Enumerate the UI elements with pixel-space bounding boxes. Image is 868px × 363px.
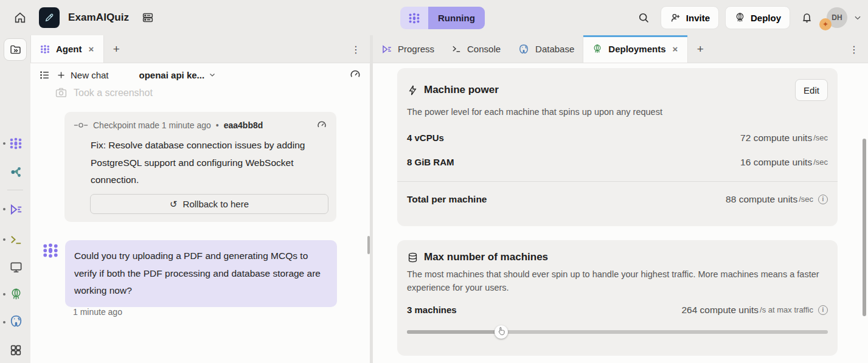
max-machines-description: The most machines that should ever spin …	[407, 268, 827, 295]
console-indicator-dot	[3, 238, 5, 241]
agent-panel: Agent × + ⋮ New chat openai api ke... To…	[30, 35, 370, 363]
rail-item-workflows[interactable]	[8, 164, 24, 180]
tool-rail	[0, 35, 30, 363]
rail-item-agent[interactable]	[8, 136, 24, 151]
usage-gauge-button[interactable]	[349, 69, 361, 81]
left-tabstrip: Agent × + ⋮	[30, 35, 370, 63]
agent-dots-icon	[40, 44, 50, 55]
cpu-unit: /sec	[813, 133, 828, 142]
tab-deployments-label: Deployments	[608, 44, 665, 54]
left-panel-scrollbar[interactable]	[367, 236, 370, 254]
agent-message-row: Could you try uploading a PDF and genera…	[41, 240, 337, 307]
tab-database[interactable]: Database	[509, 35, 583, 63]
info-icon[interactable]: i	[818, 195, 828, 204]
max-machines-title: Max number of machines	[424, 251, 548, 263]
plus-icon	[57, 71, 66, 80]
chat-selector-label: openai api ke...	[139, 70, 205, 80]
agent-indicator-dot	[3, 142, 5, 145]
person-plus-icon	[670, 12, 681, 24]
active-tab-indicator	[583, 35, 687, 37]
account-menu[interactable]: DH ✦	[823, 6, 847, 29]
run-status-badge[interactable]: Running	[400, 7, 485, 29]
deployments-indicator-dot	[3, 293, 5, 296]
deploy-button[interactable]: Deploy	[725, 6, 790, 29]
tab-agent[interactable]: Agent ×	[30, 35, 104, 63]
tab-agent-label: Agent	[56, 44, 82, 54]
rail-item-output[interactable]	[8, 259, 24, 275]
right-tab-menu-button[interactable]: ⋮	[845, 35, 863, 63]
deploy-label: Deploy	[751, 13, 781, 23]
database-cylinder-icon	[407, 252, 418, 263]
slider-fill	[407, 330, 501, 334]
sidebar-toggle-button[interactable]	[4, 38, 27, 61]
checkpoint-commit-hash: eaa4bb8d	[224, 120, 263, 130]
machine-power-description: The power level for each machine that sp…	[407, 106, 828, 119]
chat-selector[interactable]: openai api ke...	[139, 70, 217, 80]
spec-row-ram: 8 GiB RAM 16 compute units /sec	[407, 157, 828, 168]
rail-item-all-tools[interactable]	[8, 342, 24, 358]
bullet-separator: •	[216, 120, 219, 130]
cpu-label: 4 vCPUs	[407, 133, 444, 143]
chevron-down-icon[interactable]	[853, 13, 862, 22]
tab-progress-label: Progress	[398, 44, 434, 54]
rail-divider	[7, 190, 23, 190]
cursor-hand-icon	[498, 327, 505, 336]
right-panel-scrollbar[interactable]	[863, 139, 866, 316]
workspace-layout-button[interactable]	[137, 7, 158, 28]
database-indicator-dot	[3, 321, 5, 323]
app-title: ExamAIQuiz	[68, 12, 129, 24]
machines-count-label: 3 machines	[407, 305, 457, 315]
rollback-label: Rollback to here	[183, 199, 249, 209]
rail-item-deployments[interactable]	[8, 286, 24, 302]
ram-value: 16 compute units	[740, 157, 812, 168]
chat-history-icon[interactable]	[39, 69, 50, 81]
grid-icon	[9, 344, 23, 357]
message-timestamp: 1 minute ago	[73, 307, 122, 317]
agent-dots-icon	[9, 136, 23, 151]
info-icon[interactable]: i	[818, 305, 828, 315]
tab-console[interactable]: Console	[443, 35, 509, 63]
edit-machine-power-button[interactable]: Edit	[795, 79, 828, 101]
console-icon	[451, 44, 462, 54]
search-button[interactable]	[634, 7, 654, 28]
left-tab-menu-button[interactable]: ⋮	[347, 35, 365, 63]
screenshot-event: Took a screenshot	[55, 86, 153, 99]
usage-gauge-button[interactable]	[316, 120, 327, 131]
new-chat-button[interactable]: New chat	[57, 70, 109, 80]
tab-database-label: Database	[535, 44, 574, 54]
tab-progress[interactable]: Progress	[373, 35, 443, 63]
folder-collapse-icon	[9, 43, 22, 56]
replit-logo-icon	[400, 7, 428, 29]
checkpoint-header: Checkpoint made 1 minute ago	[93, 120, 211, 130]
rollback-button[interactable]: ↺ Rollback to here	[90, 194, 328, 214]
home-button[interactable]	[10, 7, 30, 28]
max-machines-card: Max number of machines The most machines…	[397, 240, 838, 356]
invite-button[interactable]: Invite	[661, 6, 719, 29]
max-traffic-value: 264 compute units	[681, 305, 759, 316]
new-tab-button[interactable]: +	[104, 35, 128, 63]
app-icon[interactable]	[39, 7, 60, 28]
server-stack-icon	[141, 11, 155, 24]
max-machines-slider[interactable]	[407, 328, 828, 336]
rail-item-progress[interactable]	[8, 201, 24, 217]
tab-deployments[interactable]: Deployments ×	[583, 35, 688, 63]
monitor-icon	[9, 260, 23, 274]
search-icon	[637, 12, 650, 24]
home-icon	[13, 11, 27, 24]
rail-item-console[interactable]	[8, 232, 24, 247]
chevron-down-icon	[209, 71, 216, 78]
workflows-icon	[9, 165, 23, 179]
close-tab-icon[interactable]: ×	[88, 44, 95, 54]
machine-power-title: Machine power	[424, 84, 499, 96]
gauge-icon	[349, 69, 361, 81]
rail-item-database[interactable]	[8, 313, 24, 329]
new-tab-button[interactable]: +	[688, 35, 712, 63]
close-tab-icon[interactable]: ×	[672, 44, 679, 54]
notifications-button[interactable]	[796, 7, 817, 28]
max-traffic-unit: /s at max traffic	[760, 305, 813, 314]
postgresql-elephant-icon	[518, 43, 530, 55]
progress-indicator-dot	[3, 208, 5, 210]
max-machines-slider-thumb[interactable]	[495, 325, 508, 339]
rollback-arrow-icon: ↺	[170, 199, 178, 210]
total-unit: /sec	[799, 195, 813, 204]
